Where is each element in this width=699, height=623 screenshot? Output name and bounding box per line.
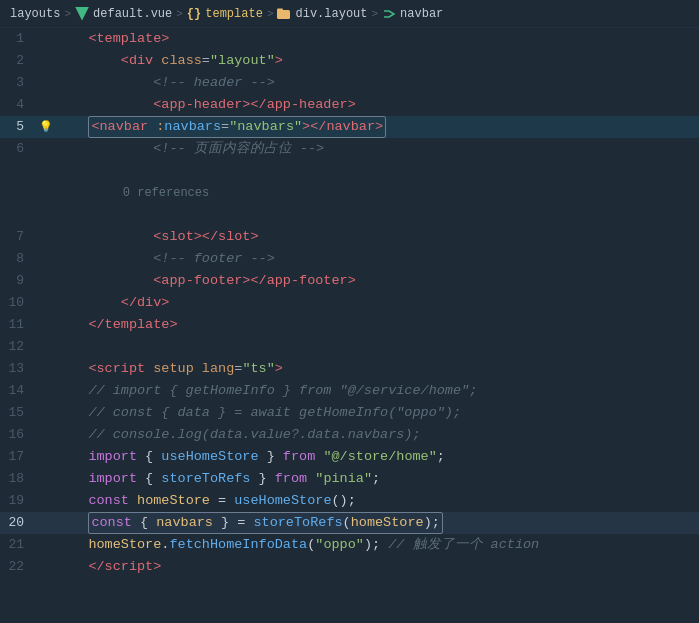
- code-line: 11 </template>: [0, 314, 699, 336]
- token: ;: [372, 471, 380, 486]
- line-number: 7: [0, 226, 38, 248]
- token: // 触发了一个 action: [388, 537, 539, 552]
- ref-hint-line: . 0 references: [0, 160, 699, 226]
- token: >: [153, 559, 161, 574]
- token: "@/store/home": [323, 449, 436, 464]
- token: ();: [331, 493, 355, 508]
- token: setup: [153, 361, 194, 376]
- token: useHomeStore: [234, 493, 331, 508]
- token: </: [88, 559, 104, 574]
- line-number: 17: [0, 446, 38, 468]
- token: storeToRefs: [161, 471, 250, 486]
- token: lang: [202, 361, 234, 376]
- token: >: [169, 317, 177, 332]
- token: }: [250, 471, 274, 486]
- token: "layout": [210, 53, 275, 68]
- breadcrumb-filename[interactable]: default.vue: [93, 7, 172, 21]
- breadcrumb-template[interactable]: template: [205, 7, 263, 21]
- ref-hint-text: 0 references: [121, 186, 209, 200]
- code-line: 22 </script>: [0, 556, 699, 578]
- token: <: [121, 53, 129, 68]
- ref-hint-content: 0 references: [54, 160, 699, 226]
- token: >: [275, 53, 283, 68]
- line-content: <app-footer></app-footer>: [54, 270, 699, 292]
- line-number: 11: [0, 314, 38, 336]
- bulb-area[interactable]: 💡: [38, 116, 54, 138]
- line-content: <!-- header -->: [54, 72, 699, 94]
- code-line: 13 <script setup lang="ts">: [0, 358, 699, 380]
- code-line: 6 <!-- 页面内容的占位 -->: [0, 138, 699, 160]
- token: >: [348, 273, 356, 288]
- token: script: [97, 361, 146, 376]
- token: <: [88, 361, 96, 376]
- token: homeStore: [88, 537, 161, 552]
- line-num-hint: .: [0, 160, 38, 182]
- token: >: [161, 31, 169, 46]
- breadcrumb-sep-1: >: [64, 8, 71, 20]
- line-number: 4: [0, 94, 38, 116]
- code-line: 12: [0, 336, 699, 358]
- curly-brace-icon: {}: [187, 7, 201, 21]
- folder-icon: [277, 7, 291, 20]
- code-editor: 1 <template>2 <div class="layout">3 <!--…: [0, 28, 699, 578]
- line-content: </div>: [54, 292, 699, 314]
- tag-icon: [382, 7, 396, 21]
- token: from: [283, 449, 315, 464]
- token: class: [161, 53, 202, 68]
- line-number: 12: [0, 336, 38, 358]
- breadcrumb-div-layout[interactable]: div.layout: [295, 7, 367, 21]
- token: =: [210, 493, 234, 508]
- token: script: [105, 559, 154, 574]
- token: slot: [218, 229, 250, 244]
- code-line: 16 // console.log(data.value?.data.navba…: [0, 424, 699, 446]
- token: <!-- footer -->: [153, 251, 275, 266]
- token: "ts": [242, 361, 274, 376]
- vue-icon: [75, 7, 89, 21]
- token: app-header: [161, 97, 242, 112]
- token: "pinia": [315, 471, 372, 486]
- navbar-box: <navbar :navbars="navbars"></navbar>: [88, 116, 386, 138]
- token: ></: [242, 97, 266, 112]
- line-number: 5: [0, 116, 38, 138]
- token: >: [348, 97, 356, 112]
- line-number: 8: [0, 248, 38, 270]
- line-number: 6: [0, 138, 38, 160]
- code-line: 15 // const { data } = await getHomeInfo…: [0, 402, 699, 424]
- line-number: 16: [0, 424, 38, 446]
- line-content: homeStore.fetchHomeInfoData("oppo"); // …: [54, 534, 699, 556]
- token: <: [88, 31, 96, 46]
- breadcrumb-sep-4: >: [372, 8, 379, 20]
- line-content: <script setup lang="ts">: [54, 358, 699, 380]
- token: >: [250, 229, 258, 244]
- token: }: [259, 449, 283, 464]
- line-content: const { navbars } = storeToRefs(homeStor…: [54, 512, 699, 534]
- token: >: [275, 361, 283, 376]
- breadcrumb: layouts > default.vue > {} template > di…: [0, 0, 699, 28]
- code-line: 3 <!-- header -->: [0, 72, 699, 94]
- token: ></: [242, 273, 266, 288]
- token: div: [129, 53, 153, 68]
- const-box: const { navbars } = storeToRefs(homeStor…: [88, 512, 442, 534]
- line-number: 15: [0, 402, 38, 424]
- token: div: [137, 295, 161, 310]
- breadcrumb-layouts[interactable]: layouts: [10, 7, 60, 21]
- token: import: [88, 449, 137, 464]
- breadcrumb-navbar[interactable]: navbar: [400, 7, 443, 21]
- code-line: 2 <div class="layout">: [0, 50, 699, 72]
- token: // const { data } = await getHomeInfo("o…: [56, 405, 461, 420]
- breadcrumb-sep-2: >: [176, 8, 183, 20]
- token: app-footer: [161, 273, 242, 288]
- line-content: </template>: [54, 314, 699, 336]
- code-line: 7 <slot></slot>: [0, 226, 699, 248]
- line-number: 2: [0, 50, 38, 72]
- line-number: 18: [0, 468, 38, 490]
- line-number: 21: [0, 534, 38, 556]
- code-line: 4 <app-header></app-header>: [0, 94, 699, 116]
- code-line: 1 <template>: [0, 28, 699, 50]
- code-line: 18 import { storeToRefs } from "pinia";: [0, 468, 699, 490]
- line-content: <navbar :navbars="navbars"></navbar>: [54, 116, 699, 138]
- token: app-header: [267, 97, 348, 112]
- line-number: 1: [0, 28, 38, 50]
- svg-rect-1: [277, 9, 283, 12]
- line-number: 3: [0, 72, 38, 94]
